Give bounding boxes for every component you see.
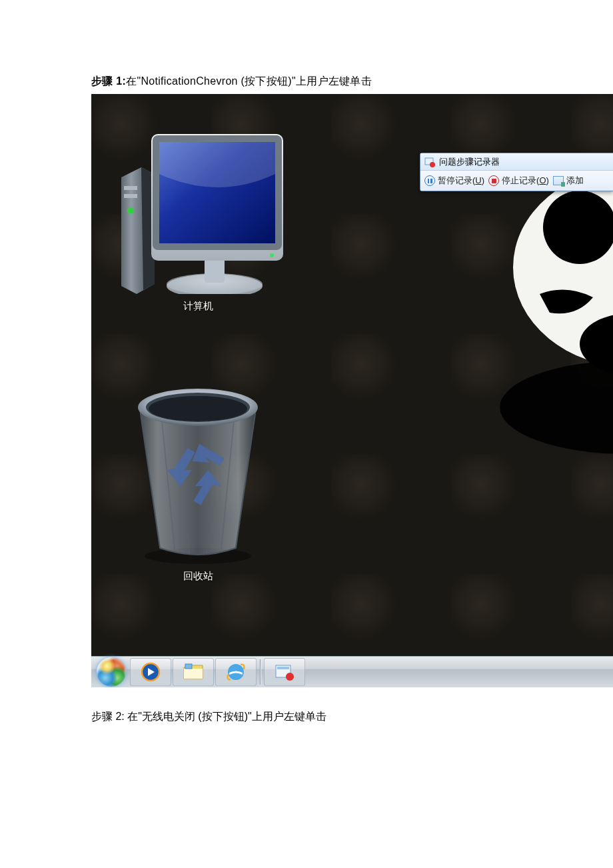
taskbar-wmplayer[interactable] bbox=[130, 658, 171, 686]
svg-point-16 bbox=[543, 191, 613, 264]
computer-label: 计算机 bbox=[105, 300, 291, 313]
taskbar-psr[interactable] bbox=[264, 658, 305, 686]
step1-text: 步骤 1:在"NotificationChevron (按下按钮)"上用户左键单… bbox=[91, 75, 613, 89]
taskbar-ie[interactable] bbox=[215, 658, 257, 686]
add-comment-icon bbox=[553, 176, 564, 185]
screenshot-step1: 计算机 bbox=[91, 94, 613, 687]
svg-rect-5 bbox=[205, 257, 225, 283]
stop-icon bbox=[488, 175, 499, 186]
explorer-icon bbox=[182, 662, 205, 682]
ie-icon bbox=[225, 661, 247, 683]
psr-taskbar-icon bbox=[275, 663, 295, 681]
psr-add-button[interactable]: 添加 bbox=[553, 175, 584, 187]
svg-point-9 bbox=[270, 253, 274, 257]
svg-point-19 bbox=[430, 162, 435, 167]
psr-pause-button[interactable]: 暂停记录(U) bbox=[424, 175, 484, 187]
psr-title-text: 问题步骤记录器 bbox=[439, 156, 500, 168]
wmplayer-icon bbox=[141, 662, 161, 682]
taskbar[interactable] bbox=[91, 656, 613, 687]
desktop-icon-computer[interactable]: 计算机 bbox=[105, 114, 291, 313]
step2-text: 步骤 2: 在"无线电关闭 (按下按钮)"上用户左键单击 bbox=[91, 710, 613, 724]
taskbar-explorer[interactable] bbox=[173, 658, 214, 686]
panda-illustration bbox=[446, 187, 613, 467]
taskbar-divider bbox=[260, 659, 261, 685]
psr-toolbar: 暂停记录(U) 停止记录(O) 添加 bbox=[420, 171, 613, 191]
psr-app-icon bbox=[424, 157, 435, 167]
psr-stop-button[interactable]: 停止记录(O) bbox=[488, 175, 549, 187]
svg-point-13 bbox=[149, 396, 247, 421]
svg-rect-23 bbox=[185, 664, 192, 669]
recycle-label: 回收站 bbox=[105, 570, 291, 583]
svg-rect-22 bbox=[184, 669, 203, 679]
computer-icon bbox=[105, 114, 291, 294]
svg-rect-1 bbox=[124, 194, 137, 198]
svg-point-27 bbox=[286, 673, 294, 681]
psr-window[interactable]: 问题步骤记录器 暂停记录(U) 停止记录(O) 添加 bbox=[420, 153, 613, 191]
svg-rect-26 bbox=[277, 667, 289, 669]
recycle-bin-icon bbox=[115, 371, 281, 564]
svg-rect-0 bbox=[124, 186, 137, 190]
psr-titlebar[interactable]: 问题步骤记录器 bbox=[420, 153, 613, 171]
start-button[interactable] bbox=[97, 657, 126, 687]
pause-icon bbox=[424, 175, 435, 186]
svg-point-14 bbox=[500, 361, 613, 454]
desktop-icon-recycle[interactable]: 回收站 bbox=[105, 371, 291, 583]
svg-point-2 bbox=[127, 207, 134, 214]
